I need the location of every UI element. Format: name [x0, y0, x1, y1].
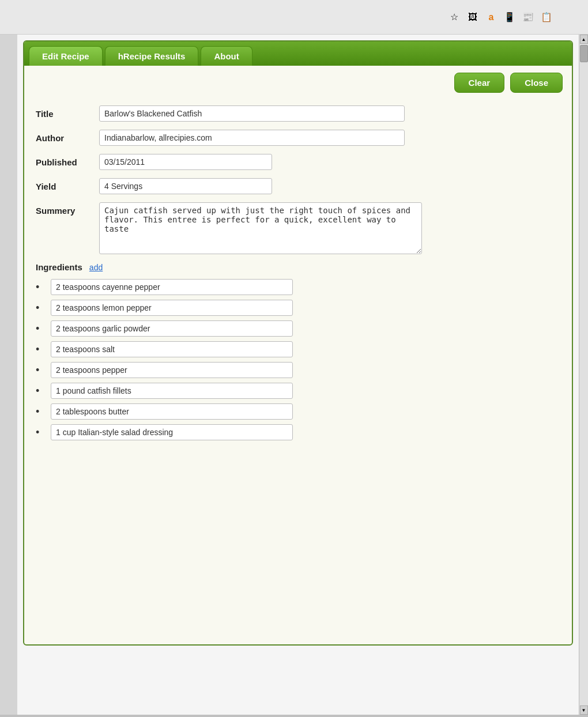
list-item: •: [36, 279, 560, 295]
list-item: •: [36, 320, 560, 337]
title-input[interactable]: [99, 105, 405, 122]
summery-row: Summery Cajun catfish served up with jus…: [36, 202, 560, 254]
bullet-icon: •: [36, 427, 45, 439]
ingredients-label: Ingredients: [36, 262, 82, 272]
yield-row: Yield: [36, 178, 560, 194]
ingredients-header: Ingredients add: [36, 262, 560, 272]
page-wrapper: Edit Recipe hRecipe Results About Clear …: [0, 35, 588, 715]
clipboard-icon[interactable]: 📋: [540, 10, 553, 24]
ingredient-input[interactable]: [51, 424, 293, 440]
list-item: •: [36, 403, 560, 420]
scrollbar-right: ▲ ▼: [579, 35, 588, 715]
bullet-icon: •: [36, 323, 45, 335]
list-item: •: [36, 424, 560, 440]
author-row: Author: [36, 130, 560, 146]
tab-edit-recipe[interactable]: Edit Recipe: [29, 46, 103, 66]
bullet-icon: •: [36, 302, 45, 314]
tab-hrecipe-results[interactable]: hRecipe Results: [105, 46, 199, 66]
ingredient-input[interactable]: [51, 403, 293, 420]
bookmark-icon[interactable]: ☆: [447, 10, 461, 24]
news-icon[interactable]: 📰: [521, 10, 535, 24]
browser-icons: ☆ 🖼 a 📱 📰 📋: [447, 10, 553, 24]
author-input[interactable]: [99, 130, 405, 146]
bullet-icon: •: [36, 406, 45, 418]
left-sidebar: [0, 35, 17, 715]
scroll-up-arrow[interactable]: ▲: [580, 35, 588, 44]
list-item: •: [36, 300, 560, 316]
form-area: Title Author Published Yield: [24, 100, 572, 456]
published-label: Published: [36, 154, 99, 167]
scroll-thumb[interactable]: [580, 45, 588, 62]
clear-button[interactable]: Clear: [454, 73, 505, 93]
add-ingredient-link[interactable]: add: [89, 263, 103, 272]
mobile-icon[interactable]: 📱: [503, 10, 517, 24]
yield-input[interactable]: [99, 178, 272, 194]
bullet-icon: •: [36, 281, 45, 293]
ingredients-list: ••••••••: [36, 279, 560, 440]
summery-textarea[interactable]: Cajun catfish served up with just the ri…: [99, 202, 422, 254]
ingredient-input[interactable]: [51, 362, 293, 378]
ingredient-input[interactable]: [51, 279, 293, 295]
main-content: Edit Recipe hRecipe Results About Clear …: [17, 35, 579, 715]
published-row: Published: [36, 154, 560, 170]
ingredient-input[interactable]: [51, 320, 293, 337]
close-button[interactable]: Close: [510, 73, 563, 93]
list-item: •: [36, 362, 560, 378]
title-row: Title: [36, 105, 560, 122]
plugin-panel: Edit Recipe hRecipe Results About Clear …: [23, 40, 573, 646]
extension-icon-1[interactable]: 🖼: [466, 10, 480, 24]
tab-bar: Edit Recipe hRecipe Results About: [24, 41, 572, 66]
list-item: •: [36, 341, 560, 357]
browser-bar: ☆ 🖼 a 📱 📰 📋: [0, 0, 588, 35]
ingredient-input[interactable]: [51, 300, 293, 316]
yield-label: Yield: [36, 178, 99, 191]
scroll-down-arrow[interactable]: ▼: [580, 705, 588, 715]
summery-label: Summery: [36, 202, 99, 216]
action-bar: Clear Close: [24, 66, 572, 100]
list-item: •: [36, 383, 560, 399]
bullet-icon: •: [36, 364, 45, 376]
bullet-icon: •: [36, 344, 45, 356]
title-label: Title: [36, 105, 99, 119]
tab-about[interactable]: About: [201, 46, 252, 66]
ingredient-input[interactable]: [51, 341, 293, 357]
bullet-icon: •: [36, 385, 45, 397]
author-label: Author: [36, 130, 99, 143]
amazon-icon[interactable]: a: [484, 10, 498, 24]
published-input[interactable]: [99, 154, 272, 170]
ingredient-input[interactable]: [51, 383, 293, 399]
